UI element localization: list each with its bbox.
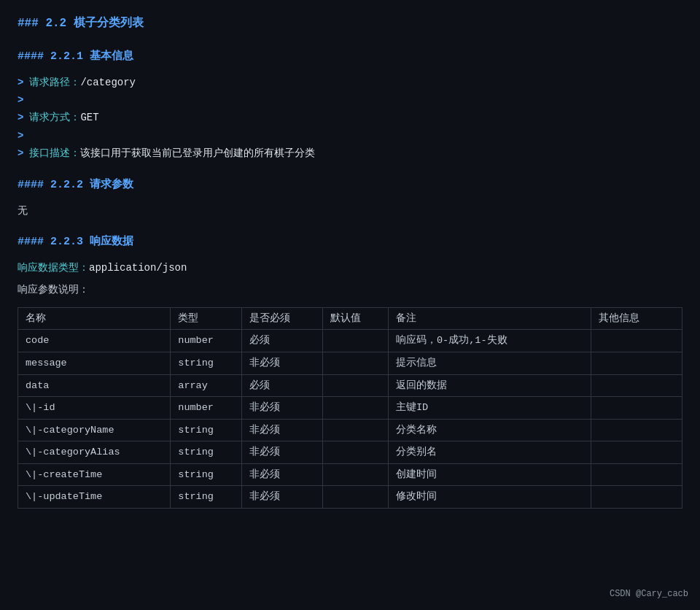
response-type-label: 响应数据类型： xyxy=(18,262,89,274)
table-header-row: 名称 类型 是否必须 默认值 备注 其他信息 xyxy=(18,307,682,330)
cell-type: string xyxy=(171,486,241,509)
cell-other xyxy=(591,374,682,397)
response-table-container: 名称 类型 是否必须 默认值 备注 其他信息 codenumber必须响应码，0… xyxy=(18,307,682,509)
arrow-icon-3: > xyxy=(18,109,23,126)
cell-note: 返回的数据 xyxy=(389,374,591,397)
th-name: 名称 xyxy=(18,307,171,330)
cell-other xyxy=(591,486,682,509)
cell-name: data xyxy=(18,374,171,397)
cell-other xyxy=(591,441,682,464)
h4-params-heading: #### 2.2.2 请求参数 xyxy=(18,177,682,194)
h3-heading: ### 2.2 棋子分类列表 xyxy=(18,15,682,34)
cell-type: array xyxy=(171,374,241,397)
cell-note: 修改时间 xyxy=(389,486,591,509)
cell-default xyxy=(322,352,388,374)
cell-other xyxy=(591,352,682,374)
cell-required: 非必须 xyxy=(241,486,322,509)
cell-type: string xyxy=(171,463,241,486)
api-desc-line: > 接口描述：该接口用于获取当前已登录用户创建的所有棋子分类 xyxy=(18,145,682,161)
cell-note: 响应码，0-成功,1-失败 xyxy=(389,330,591,352)
cell-name: \|-categoryAlias xyxy=(18,441,171,464)
cell-required: 非必须 xyxy=(241,419,322,441)
h4-basic-heading: #### 2.2.1 基本信息 xyxy=(18,48,682,66)
empty-line-2: > xyxy=(18,128,682,144)
cell-required: 必须 xyxy=(241,374,322,397)
basic-info-blockquote: > 请求路径：/category > > 请求方式：GET > > 接口描述：该… xyxy=(18,74,682,162)
table-row: \|-idnumber非必须主键ID xyxy=(18,397,682,420)
cell-default xyxy=(322,374,388,397)
h4-basic-prefix: #### xyxy=(18,50,44,63)
cell-type: number xyxy=(171,330,241,352)
cell-name: \|-createTime xyxy=(18,463,171,486)
cell-default xyxy=(322,330,388,352)
request-path-label: 请求路径： xyxy=(29,77,80,88)
table-row: \|-updateTimestring非必须修改时间 xyxy=(18,486,682,509)
table-row: dataarray必须返回的数据 xyxy=(18,374,682,397)
cell-required: 非必须 xyxy=(241,397,322,420)
cell-note: 分类名称 xyxy=(389,419,591,441)
h4-basic-label: 2.2.1 基本信息 xyxy=(44,50,133,63)
arrow-icon-5: > xyxy=(18,145,23,161)
cell-required: 非必须 xyxy=(241,463,322,486)
response-type-value: application/json xyxy=(89,262,187,274)
table-row: messagestring非必须提示信息 xyxy=(18,352,682,374)
th-required: 是否必须 xyxy=(241,307,322,330)
cell-note: 提示信息 xyxy=(389,352,591,374)
arrow-icon-2: > xyxy=(18,92,23,108)
no-params-text: 无 xyxy=(18,203,682,219)
cell-type: string xyxy=(171,441,241,464)
response-desc-line: 响应参数说明： xyxy=(18,282,682,298)
cell-note: 主键ID xyxy=(389,397,591,420)
response-table: 名称 类型 是否必须 默认值 备注 其他信息 codenumber必须响应码，0… xyxy=(18,307,682,509)
cell-name: \|-id xyxy=(18,397,171,420)
h4-response-heading: #### 2.2.3 响应数据 xyxy=(18,233,682,251)
cell-required: 必须 xyxy=(241,330,322,352)
table-row: \|-categoryAliasstring非必须分类别名 xyxy=(18,441,682,464)
arrow-icon-4: > xyxy=(18,128,23,144)
table-row: codenumber必须响应码，0-成功,1-失败 xyxy=(18,330,682,352)
api-desc-label: 接口描述： xyxy=(29,147,80,159)
arrow-icon-1: > xyxy=(18,74,23,90)
h4-response-label: 2.2.3 响应数据 xyxy=(44,236,133,248)
request-method-label: 请求方式： xyxy=(29,112,80,123)
cell-name: message xyxy=(18,352,171,374)
request-path-line: > 请求路径：/category xyxy=(18,74,682,90)
cell-name: code xyxy=(18,330,171,352)
h3-prefix: ### xyxy=(18,17,39,30)
table-row: \|-createTimestring非必须创建时间 xyxy=(18,463,682,486)
api-desc-content: 接口描述：该接口用于获取当前已登录用户创建的所有棋子分类 xyxy=(29,145,315,161)
cell-required: 非必须 xyxy=(241,441,322,464)
table-body: codenumber必须响应码，0-成功,1-失败messagestring非必… xyxy=(18,330,682,509)
cell-type: number xyxy=(171,397,241,420)
cell-other xyxy=(591,419,682,441)
request-path-content: 请求路径：/category xyxy=(29,74,136,90)
h4-params-prefix: #### xyxy=(18,179,44,191)
request-method-line: > 请求方式：GET xyxy=(18,109,682,126)
cell-other xyxy=(591,330,682,352)
response-type-line: 响应数据类型：application/json xyxy=(18,260,682,276)
h4-params-label: 2.2.2 请求参数 xyxy=(44,179,133,191)
cell-default xyxy=(322,463,388,486)
request-path-value: /category xyxy=(80,77,136,88)
h4-response-prefix: #### xyxy=(18,236,44,248)
cell-default xyxy=(322,397,388,420)
cell-note: 创建时间 xyxy=(389,463,591,486)
cell-type: string xyxy=(171,352,241,374)
cell-default xyxy=(322,486,388,509)
cell-other xyxy=(591,397,682,420)
cell-name: \|-categoryName xyxy=(18,419,171,441)
cell-note: 分类别名 xyxy=(389,441,591,464)
th-note: 备注 xyxy=(389,307,591,330)
request-method-content: 请求方式：GET xyxy=(29,109,98,126)
cell-other xyxy=(591,463,682,486)
h3-label: 2.2 棋子分类列表 xyxy=(39,17,144,30)
api-desc-value: 该接口用于获取当前已登录用户创建的所有棋子分类 xyxy=(80,147,315,159)
cell-required: 非必须 xyxy=(241,352,322,374)
th-other: 其他信息 xyxy=(591,307,682,330)
cell-type: string xyxy=(171,419,241,441)
request-method-value: GET xyxy=(80,112,98,123)
empty-line-1: > xyxy=(18,92,682,108)
table-row: \|-categoryNamestring非必须分类名称 xyxy=(18,419,682,441)
th-default: 默认值 xyxy=(322,307,388,330)
th-type: 类型 xyxy=(171,307,241,330)
